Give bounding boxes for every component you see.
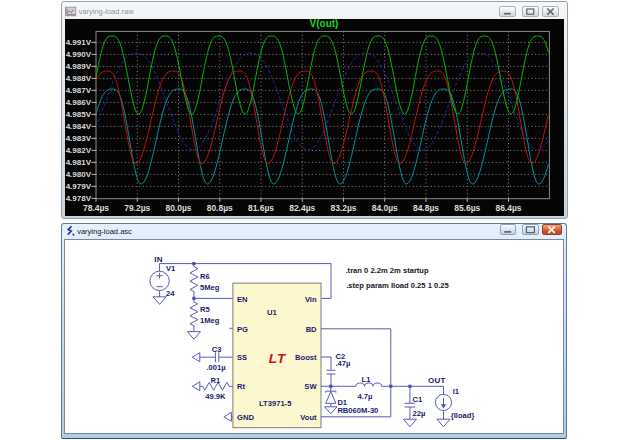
svg-text:Rt: Rt [237, 382, 245, 391]
svg-text:varying-load.asc: varying-load.asc [77, 227, 132, 236]
svg-text:.tran 0 2.2m 2m startup: .tran 0 2.2m 2m startup [346, 266, 429, 275]
svg-text:22µ: 22µ [413, 409, 426, 418]
svg-text:49.9K: 49.9K [205, 392, 226, 401]
svg-text:4.982V: 4.982V [66, 146, 92, 155]
svg-text:RB060M-30: RB060M-30 [337, 406, 378, 415]
svg-text:4.7µ: 4.7µ [358, 392, 373, 401]
svg-text:80.0µs: 80.0µs [165, 203, 191, 213]
svg-text:C3: C3 [212, 345, 222, 354]
svg-text:V1: V1 [166, 264, 176, 273]
svg-text:4.978V: 4.978V [66, 194, 92, 203]
svg-text:1Meg: 1Meg [200, 316, 220, 325]
svg-text:BD: BD [306, 325, 317, 334]
svg-text:5Meg: 5Meg [200, 283, 220, 292]
svg-text:84.8µs: 84.8µs [413, 203, 439, 213]
svg-text:4.979V: 4.979V [66, 182, 92, 191]
svg-text:SS: SS [237, 353, 247, 362]
svg-text:84.0µs: 84.0µs [372, 203, 398, 213]
svg-text:C1: C1 [413, 395, 423, 404]
svg-text:4.984V: 4.984V [66, 122, 92, 131]
svg-text:.step param Iload 0.25 1 0.25: .step param Iload 0.25 1 0.25 [346, 281, 449, 290]
svg-text:varying-load.raw: varying-load.raw [79, 7, 135, 16]
svg-text:4.987V: 4.987V [66, 86, 92, 95]
svg-text:R6: R6 [200, 272, 210, 281]
svg-text:OUT: OUT [428, 376, 446, 385]
svg-text:IN: IN [154, 255, 162, 264]
svg-text:4.989V: 4.989V [66, 62, 92, 71]
svg-text:4.981V: 4.981V [66, 158, 92, 167]
svg-text:78.4µs: 78.4µs [83, 203, 109, 213]
svg-text:Vin: Vin [305, 295, 317, 304]
svg-text:U1: U1 [267, 308, 277, 317]
svg-text:4.983V: 4.983V [66, 134, 92, 143]
svg-text:I1: I1 [453, 387, 460, 396]
svg-text:SW: SW [304, 382, 317, 391]
svg-text:80.8µs: 80.8µs [207, 203, 233, 213]
svg-text:PG: PG [237, 325, 248, 334]
svg-text:LT3971-5: LT3971-5 [259, 399, 292, 408]
svg-text:Boost: Boost [295, 353, 317, 362]
svg-text:L1: L1 [362, 375, 372, 384]
svg-text:R5: R5 [200, 305, 210, 314]
svg-text:4.986V: 4.986V [66, 98, 92, 107]
svg-text:4.990V: 4.990V [66, 50, 92, 59]
svg-text:4.988V: 4.988V [66, 74, 92, 83]
svg-text:.001µ: .001µ [207, 363, 226, 372]
svg-text:24: 24 [166, 289, 175, 298]
svg-text:4.991V: 4.991V [66, 38, 92, 47]
svg-text:V(out): V(out) [310, 18, 339, 29]
svg-text:4.985V: 4.985V [66, 110, 92, 119]
svg-text:86.4µs: 86.4µs [495, 203, 521, 213]
svg-text:4.980V: 4.980V [66, 170, 92, 179]
svg-text:{Iload}: {Iload} [451, 411, 475, 420]
svg-text:.47µ: .47µ [336, 359, 351, 368]
svg-text:LT: LT [269, 351, 287, 366]
svg-text:79.2µs: 79.2µs [124, 203, 150, 213]
svg-text:82.4µs: 82.4µs [289, 203, 315, 213]
svg-text:85.6µs: 85.6µs [454, 203, 480, 213]
svg-text:83.2µs: 83.2µs [330, 203, 356, 213]
svg-text:EN: EN [237, 295, 248, 304]
svg-text:81.6µs: 81.6µs [248, 203, 274, 213]
svg-text:R1: R1 [211, 376, 221, 385]
svg-text:GND: GND [237, 413, 254, 422]
svg-text:Vout: Vout [300, 413, 317, 422]
